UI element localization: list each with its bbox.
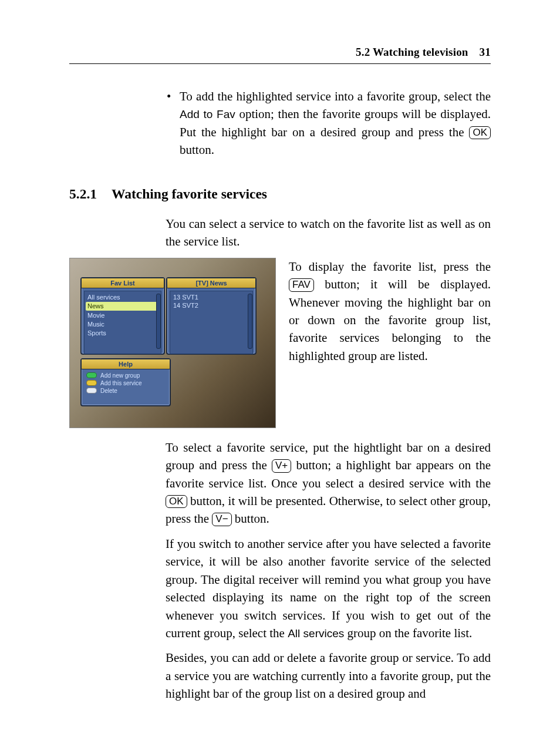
section-title: Watching favorite services (112, 186, 267, 201)
paragraph-switch-service: If you switch to another service after y… (166, 535, 491, 642)
header-section: 5.2 Watching television (356, 46, 468, 58)
screenshot-fav-list: Fav List All services News Movie Music S… (69, 258, 276, 428)
help-label: Delete (100, 388, 117, 394)
scrollbar (248, 294, 252, 349)
color-chip-yellow (86, 380, 97, 386)
color-chip-white (86, 388, 97, 393)
group-item: All services (87, 293, 158, 302)
section-heading: 5.2.1Watching favorite services (69, 186, 491, 202)
paragraph-select-favorite: To select a favorite service, put the hi… (166, 439, 491, 528)
scrollbar (156, 294, 161, 349)
group-item: Movie (87, 311, 158, 320)
aside-b: button; it will be displayed. Whenever m… (289, 277, 491, 363)
keycap-v-plus: V+ (272, 459, 291, 473)
option-all-services: All services (288, 627, 344, 640)
keycap-fav: FAV (289, 278, 314, 292)
help-item: Add this service (83, 379, 168, 387)
aside-paragraph: To display the favorite list, press the … (289, 258, 491, 428)
option-add-to-fav: Add to Fav (180, 108, 235, 120)
p1-d: button. (232, 512, 269, 526)
help-item: Delete (83, 387, 168, 395)
panel-title-tv: [TV] News (167, 278, 255, 288)
group-item: Sports (87, 329, 158, 338)
group-item: Music (87, 320, 158, 329)
section-number: 5.2.1 (69, 186, 112, 202)
panel-title-fav: Fav List (82, 278, 164, 288)
bullet-add-to-fav: To add the highlighted service into a fa… (166, 88, 491, 159)
keycap-ok: OK (166, 495, 187, 509)
group-item-selected: News (86, 302, 160, 311)
p2-a: If you switch to another service after y… (166, 537, 491, 640)
service-item: 14 SVT2 (173, 301, 249, 310)
bullet-text-a: To add the highlighted service into a fa… (180, 89, 491, 103)
color-chip-green (86, 372, 97, 378)
help-label: Add this service (100, 380, 142, 386)
paragraph-add-delete: Besides, you can add or delete a favorit… (166, 649, 491, 702)
running-header: 5.2 Watching television 31 (69, 46, 491, 64)
service-item: 13 SVT1 (173, 293, 249, 302)
aside-a: To display the favorite list, press the (289, 260, 491, 274)
keycap-v-minus: V− (212, 513, 231, 526)
header-page-number: 31 (480, 46, 491, 58)
bullet-text-c: button. (180, 143, 214, 157)
p2-b: group on the favorite list. (344, 626, 472, 640)
help-label: Add new group (100, 372, 140, 379)
help-item: Add new group (83, 372, 168, 379)
keycap-ok: OK (469, 126, 491, 140)
panel-title-help: Help (82, 359, 170, 369)
intro-paragraph: You can select a service to watch on the… (166, 215, 491, 251)
